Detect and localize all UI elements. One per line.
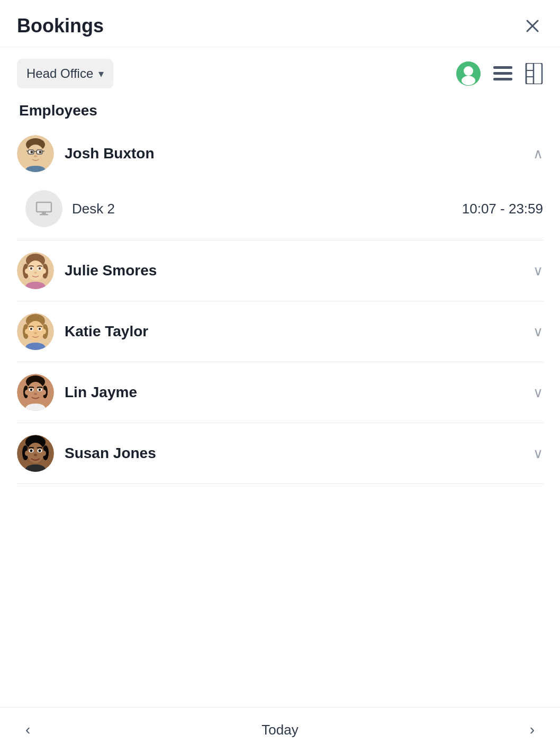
svg-rect-9 bbox=[526, 63, 534, 84]
svg-point-72 bbox=[42, 451, 46, 456]
employee-left-julie: Julie Smores bbox=[17, 252, 157, 289]
header: Bookings bbox=[0, 0, 560, 47]
chevron-down-icon-julie: ∨ bbox=[533, 263, 543, 279]
svg-rect-6 bbox=[493, 72, 512, 75]
avatar-susan-jones bbox=[17, 435, 54, 472]
avatar-svg-josh bbox=[17, 135, 54, 172]
person-view-button[interactable] bbox=[456, 61, 481, 86]
svg-point-48 bbox=[42, 329, 46, 334]
svg-rect-7 bbox=[493, 78, 512, 80]
avatar-svg-julie bbox=[17, 252, 54, 289]
list-view-icon bbox=[493, 66, 512, 81]
chevron-down-icon-lin: ∨ bbox=[533, 384, 543, 401]
svg-point-51 bbox=[30, 328, 32, 330]
svg-point-19 bbox=[31, 151, 33, 154]
svg-point-34 bbox=[27, 261, 44, 281]
avatar-svg-lin bbox=[17, 374, 54, 411]
svg-point-35 bbox=[25, 268, 29, 274]
employees-heading: Employees bbox=[17, 102, 543, 119]
today-label: Today bbox=[261, 722, 298, 738]
svg-rect-5 bbox=[493, 66, 512, 69]
employee-name-josh-buxton: Josh Buxton bbox=[65, 145, 155, 162]
svg-point-52 bbox=[39, 328, 41, 330]
svg-line-24 bbox=[26, 151, 28, 151]
employee-item-josh-buxton: Josh Buxton ∧ Desk 2 bbox=[17, 123, 543, 240]
next-button[interactable]: › bbox=[526, 719, 539, 740]
svg-point-39 bbox=[30, 267, 32, 270]
close-icon bbox=[524, 17, 541, 34]
chevron-up-icon-josh: ∧ bbox=[533, 146, 543, 162]
prev-button[interactable]: ‹ bbox=[21, 719, 34, 740]
employee-header-lin-jayme[interactable]: Lin Jayme ∨ bbox=[17, 362, 543, 423]
svg-point-60 bbox=[42, 390, 46, 395]
avatar-lin-jayme bbox=[17, 374, 54, 411]
person-circle-icon bbox=[456, 61, 481, 86]
book-icon bbox=[525, 63, 543, 84]
employee-name-lin-jayme: Lin Jayme bbox=[65, 384, 137, 401]
svg-point-64 bbox=[39, 389, 41, 391]
svg-point-65 bbox=[34, 393, 37, 395]
svg-point-59 bbox=[25, 390, 29, 395]
chevron-down-icon-susan: ∨ bbox=[533, 445, 543, 462]
svg-point-4 bbox=[462, 76, 475, 85]
svg-point-63 bbox=[30, 389, 32, 391]
page-title: Bookings bbox=[17, 15, 104, 37]
booking-time-josh: 10:07 - 23:59 bbox=[462, 201, 543, 217]
employee-header-josh-buxton[interactable]: Josh Buxton ∧ bbox=[17, 123, 543, 184]
booking-left-josh: Desk 2 bbox=[25, 190, 115, 227]
avatar-katie-taylor bbox=[17, 313, 54, 350]
avatar-svg-susan bbox=[17, 435, 54, 472]
svg-point-41 bbox=[34, 272, 37, 274]
close-button[interactable] bbox=[522, 15, 543, 37]
svg-point-40 bbox=[39, 267, 41, 270]
employee-item-susan-jones: Susan Jones ∨ bbox=[17, 423, 543, 484]
location-dropdown[interactable]: Head Office ▾ bbox=[17, 59, 113, 88]
employee-name-susan-jones: Susan Jones bbox=[65, 445, 156, 462]
spacer bbox=[0, 596, 560, 708]
list-view-button[interactable] bbox=[493, 66, 512, 81]
employee-left-lin: Lin Jayme bbox=[17, 374, 137, 411]
employee-name-julie-smores: Julie Smores bbox=[65, 262, 157, 279]
employee-left-josh-buxton: Josh Buxton bbox=[17, 135, 155, 172]
svg-point-3 bbox=[464, 66, 473, 76]
footer-nav: ‹ Today › bbox=[0, 707, 560, 752]
location-label: Head Office bbox=[26, 66, 93, 81]
employee-header-katie-taylor[interactable]: Katie Taylor ∨ bbox=[17, 301, 543, 362]
booking-desk-name-josh: Desk 2 bbox=[72, 201, 115, 217]
book-view-button[interactable] bbox=[525, 63, 543, 84]
app-container: Bookings Head Office ▾ bbox=[0, 0, 560, 752]
avatar-josh-buxton bbox=[17, 135, 54, 172]
chevron-down-icon: ▾ bbox=[98, 67, 104, 80]
svg-rect-28 bbox=[42, 212, 46, 214]
svg-point-47 bbox=[25, 329, 29, 334]
employees-section: Employees bbox=[0, 97, 560, 596]
employee-item-lin-jayme: Lin Jayme ∨ bbox=[17, 362, 543, 423]
toolbar: Head Office ▾ bbox=[0, 47, 560, 97]
employee-item-julie-smores: Julie Smores ∨ bbox=[17, 240, 543, 301]
employee-item-katie-taylor: Katie Taylor ∨ bbox=[17, 301, 543, 362]
svg-point-20 bbox=[39, 151, 42, 154]
svg-line-25 bbox=[42, 151, 44, 151]
svg-rect-29 bbox=[40, 214, 48, 216]
chevron-down-icon-katie: ∨ bbox=[533, 324, 543, 340]
employee-header-julie-smores[interactable]: Julie Smores ∨ bbox=[17, 240, 543, 301]
desk-icon bbox=[34, 201, 53, 216]
svg-point-26 bbox=[34, 155, 37, 157]
svg-rect-27 bbox=[37, 202, 51, 212]
svg-point-46 bbox=[27, 321, 44, 341]
toolbar-icons bbox=[456, 61, 543, 86]
employee-left-katie: Katie Taylor bbox=[17, 313, 148, 350]
employee-left-susan: Susan Jones bbox=[17, 435, 156, 472]
svg-point-36 bbox=[42, 268, 46, 274]
avatar-svg-katie bbox=[17, 313, 54, 350]
employee-header-susan-jones[interactable]: Susan Jones ∨ bbox=[17, 423, 543, 484]
svg-point-77 bbox=[34, 454, 37, 456]
svg-point-75 bbox=[30, 450, 33, 452]
employee-name-katie-taylor: Katie Taylor bbox=[65, 323, 148, 340]
desk-icon-wrap-josh bbox=[25, 190, 62, 227]
svg-point-76 bbox=[39, 450, 41, 452]
svg-point-71 bbox=[25, 451, 29, 456]
booking-row-josh-desk2: Desk 2 10:07 - 23:59 bbox=[17, 184, 543, 240]
avatar-julie-smores bbox=[17, 252, 54, 289]
svg-point-53 bbox=[34, 332, 37, 334]
